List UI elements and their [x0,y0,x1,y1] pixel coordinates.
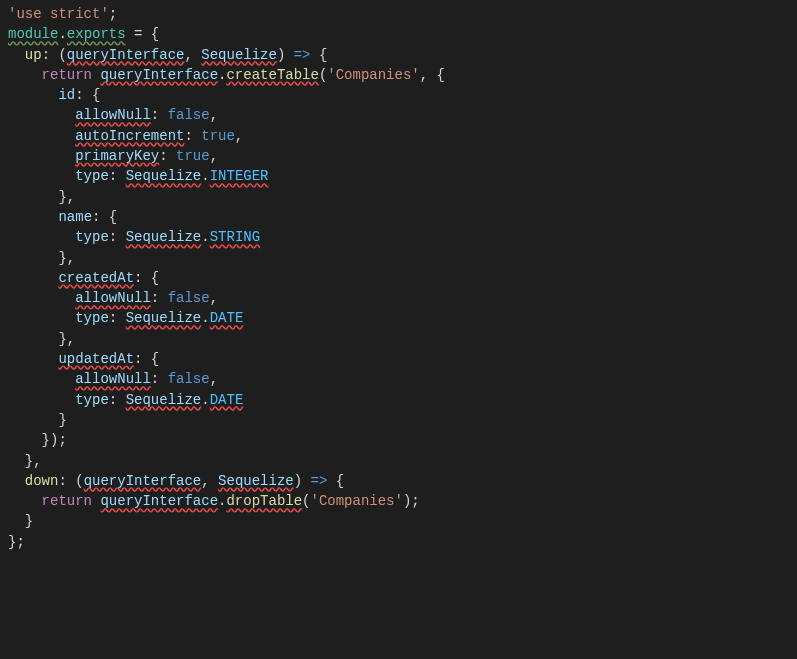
code-token [8,371,75,387]
code-line[interactable]: allowNull: false, [8,288,797,308]
code-token: }, [8,250,75,266]
code-token: type [75,229,109,245]
code-token: , [210,290,218,306]
code-line[interactable]: }); [8,430,797,450]
code-token: Sequelize [218,473,294,489]
code-token: createTable [226,67,318,83]
code-token: createdAt [58,270,134,286]
code-token: id [58,87,75,103]
code-token: : { [134,270,159,286]
code-token: => [311,473,328,489]
code-token: DATE [210,310,244,326]
code-token: module [8,26,58,42]
code-token [8,229,75,245]
code-token [8,290,75,306]
code-token: : [151,290,168,306]
code-token: queryInterface [100,67,218,83]
code-line[interactable]: return queryInterface.dropTable('Compani… [8,491,797,511]
code-line[interactable]: createdAt: { [8,268,797,288]
code-line[interactable]: down: (queryInterface, Sequelize) => { [8,471,797,491]
code-token [8,392,75,408]
code-token [8,107,75,123]
code-token: : [109,310,126,326]
code-token: . [58,26,66,42]
code-token: true [201,128,235,144]
code-line[interactable]: }, [8,451,797,471]
code-token: : [151,371,168,387]
code-line[interactable]: type: Sequelize.DATE [8,390,797,410]
code-token: }, [8,189,75,205]
code-token [8,473,25,489]
code-line[interactable]: } [8,410,797,430]
code-line[interactable]: primaryKey: true, [8,146,797,166]
code-editor[interactable]: 'use strict';module.exports = { up: (que… [0,0,797,556]
code-line[interactable]: updatedAt: { [8,349,797,369]
code-token: : ( [58,473,83,489]
code-token [8,148,75,164]
code-token: , [210,107,218,123]
code-token: allowNull [75,290,151,306]
code-line[interactable]: autoIncrement: true, [8,126,797,146]
code-token: : [159,148,176,164]
code-token: ); [403,493,420,509]
code-token: , [235,128,243,144]
code-token: false [168,107,210,123]
code-token: 'Companies' [327,67,419,83]
code-token: queryInterface [67,47,185,63]
code-token: : { [75,87,100,103]
code-line[interactable]: } [8,511,797,531]
code-line[interactable]: }, [8,329,797,349]
code-token: }, [8,453,42,469]
code-line[interactable]: module.exports = { [8,24,797,44]
code-token: , [184,47,201,63]
code-token: , [210,148,218,164]
code-token [8,168,75,184]
code-token: . [201,229,209,245]
code-token: primaryKey [75,148,159,164]
code-token: up [25,47,42,63]
code-line[interactable]: type: Sequelize.STRING [8,227,797,247]
code-token: Sequelize [201,47,277,63]
code-token: : [151,107,168,123]
code-token: , { [420,67,445,83]
code-token: }); [8,432,67,448]
code-token: DATE [210,392,244,408]
code-token: dropTable [226,493,302,509]
code-line[interactable]: type: Sequelize.INTEGER [8,166,797,186]
code-line[interactable]: type: Sequelize.DATE [8,308,797,328]
code-token: Sequelize [126,392,202,408]
code-token: ; [109,6,117,22]
code-token: : [109,229,126,245]
code-line[interactable]: }, [8,248,797,268]
code-token: => [294,47,311,63]
code-token: } [8,513,33,529]
code-token: STRING [210,229,260,245]
code-token: Sequelize [126,168,202,184]
code-line[interactable]: 'use strict'; [8,4,797,24]
code-line[interactable]: allowNull: false, [8,369,797,389]
code-token: allowNull [75,371,151,387]
code-token: : { [92,209,117,225]
code-line[interactable]: name: { [8,207,797,227]
code-token: INTEGER [210,168,269,184]
code-token: 'Companies' [311,493,403,509]
code-line[interactable]: up: (queryInterface, Sequelize) => { [8,45,797,65]
code-token: : [184,128,201,144]
code-token [8,67,42,83]
code-token: ) [294,473,311,489]
code-token: , [210,371,218,387]
code-token [8,209,58,225]
code-token: }, [8,331,75,347]
code-token: 'use strict' [8,6,109,22]
code-line[interactable]: }; [8,532,797,552]
code-token: true [176,148,210,164]
code-line[interactable]: allowNull: false, [8,105,797,125]
code-token: type [75,310,109,326]
code-token: = { [126,26,160,42]
code-token: , [201,473,218,489]
code-line[interactable]: id: { [8,85,797,105]
code-line[interactable]: }, [8,187,797,207]
code-token [8,493,42,509]
code-line[interactable]: return queryInterface.createTable('Compa… [8,65,797,85]
code-token: }; [8,534,25,550]
